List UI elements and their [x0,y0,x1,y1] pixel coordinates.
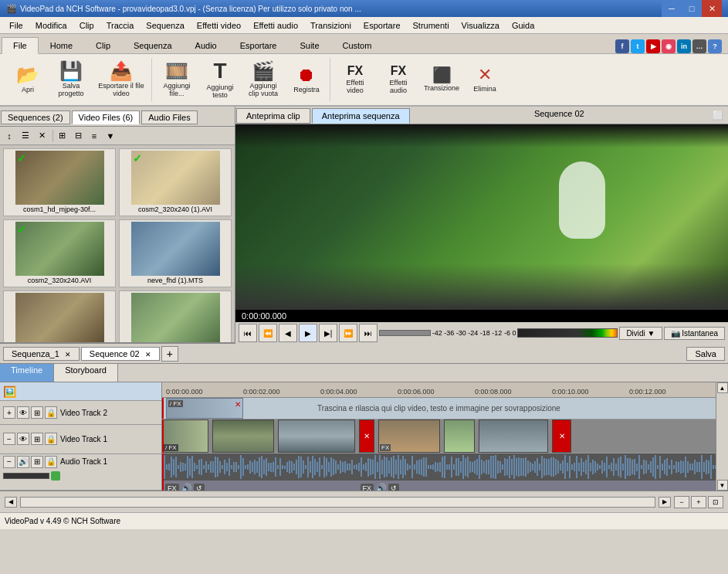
maximize-button[interactable]: ⬜ [708,107,728,124]
tab-esportare[interactable]: Esportare [229,37,289,53]
track-audio1[interactable]: FX 🔊 ↺ FX 🔊 ↺ [162,453,716,491]
track-lock-button-v1[interactable]: 🔒 [45,433,57,445]
menu-transizioni[interactable]: Transizioni [304,19,357,32]
clip-v1-7[interactable] [479,419,548,453]
export-video-button[interactable]: 📤 Esportare il file video [94,59,148,100]
tab-home[interactable]: Home [39,37,84,53]
video-effects-button[interactable]: FX Effetti video [335,59,375,100]
mode-tab-storyboard[interactable]: Storyboard [54,364,118,382]
media-item[interactable]: neve_fhd.MTS [3,290,116,342]
frame-fwd-button[interactable]: ▶| [319,324,337,342]
more-icon[interactable]: … [692,39,706,53]
transition-button[interactable]: ⬛ Transizione [422,59,462,100]
go-end-button[interactable]: ⏭ [359,324,378,342]
tab-suite[interactable]: Suite [288,37,330,53]
add-track-button[interactable]: + [3,406,15,419]
tab-sequenza[interactable]: Sequenza [122,37,184,53]
add-empty-clip-button[interactable]: 🎬 Aggiungi clip vuota [243,59,283,100]
save-button[interactable]: Salva [686,347,725,361]
add-sequence-button[interactable]: + [161,346,178,362]
menu-effetti-audio[interactable]: Effetti audio [247,19,304,32]
step-fwd-button[interactable]: ⏩ [339,324,357,342]
track-group-button-v1[interactable]: ⊞ [31,433,43,445]
media-item[interactable]: neve_fhd (1).MTS [119,219,232,287]
linkedin-icon[interactable]: in [677,39,691,53]
scroll-up-button[interactable]: ▲ [717,382,728,393]
seq-tab-2-close[interactable]: ✕ [145,351,151,358]
zoom-out-button[interactable]: − [674,496,689,508]
mode-tab-timeline[interactable]: Timeline [0,364,54,382]
zoom-in-button[interactable]: + [691,496,706,508]
menu-file[interactable]: File [3,19,29,32]
frame-back-button[interactable]: ◀ [279,324,297,342]
media-item[interactable]: ✓ cosm1_hd_mjpeg-30f... [3,148,116,216]
minimize-button[interactable]: ─ [662,0,682,17]
tab-file[interactable]: File [2,37,39,54]
seq-tab-1-close[interactable]: ✕ [65,351,71,358]
tab-video-files[interactable]: Video Files (6) [72,110,141,124]
seq-tab-1[interactable]: Sequenza_1 ✕ [3,347,80,361]
seq-tab-2[interactable]: Sequence 02 ✕ [81,347,160,361]
media-item[interactable]: ✓ cosm2_320x240.AVI [3,219,116,287]
menu-guida[interactable]: Guida [506,19,540,32]
menu-sequenza[interactable]: Sequenza [140,19,191,32]
tab-anteprima-clip[interactable]: Anteprima clip [236,108,310,124]
remove-track-button[interactable]: − [3,433,15,445]
save-project-button[interactable]: 💾 Salva progetto [51,59,91,100]
facebook-icon[interactable]: f [615,39,629,53]
delete-button[interactable]: ✕ Elimina [465,59,505,100]
audio-mute-button[interactable]: 🔊 [17,456,29,468]
tab-audio-files[interactable]: Audio Files [141,110,197,124]
audio-group-button[interactable]: ⊞ [31,456,43,468]
instagram-icon[interactable]: ◉ [662,39,676,53]
clip-v1-6[interactable] [444,419,475,453]
open-button[interactable]: 📂 Apri [8,59,48,100]
track-group-button[interactable]: ⊞ [31,406,43,419]
clip-v1-4[interactable]: ✕ [359,419,374,453]
audio-lock-button[interactable]: 🔒 [45,456,57,468]
add-text-button[interactable]: T Aggiungi testo [200,59,240,100]
audio-volume-slider[interactable] [3,473,49,479]
timeline-tracks[interactable]: 0:00:00.000 0:00:02.000 0:00:04.000 0:00… [162,382,716,491]
menu-strumenti[interactable]: Strumenti [407,19,455,32]
split-button[interactable]: Dividi ▼ [619,327,662,340]
menu-visualizza[interactable]: Visualizza [455,19,506,32]
panel-view-large[interactable]: ⊞ [54,128,69,144]
clip-v1-8[interactable]: ✕ [552,419,571,453]
vertical-scrollbar[interactable]: ▲ ▼ [716,382,728,491]
volume-bar[interactable] [517,328,618,338]
progress-bar[interactable] [379,330,431,336]
track-eye-button[interactable]: 👁 [17,406,29,419]
track-eye-button-v1[interactable]: 👁 [17,433,29,445]
step-back-button[interactable]: ⏪ [259,324,277,342]
clip-v1-5[interactable]: FX [378,419,440,453]
menu-clip[interactable]: Clip [73,19,100,32]
tab-anteprima-sequenza[interactable]: Anteprima sequenza [312,108,410,124]
scroll-down-button[interactable]: ▼ [717,480,728,491]
menu-esportare[interactable]: Esportare [357,19,407,32]
track-video1[interactable]: / FX ✕ FX ✕ [162,419,716,453]
record-button[interactable]: ⏺ Registra [286,59,327,100]
tab-sequences[interactable]: Sequences (2) [1,110,70,124]
clip-v1-1[interactable]: / FX [162,419,208,453]
panel-delete-button[interactable]: ✕ [34,128,49,144]
media-item[interactable]: provaavs_fdh_h264... [119,290,232,342]
scroll-left-button[interactable]: ◀ [5,497,17,508]
play-button[interactable]: ▶ [299,324,317,342]
media-item[interactable]: ✓ cosm2_320x240 (1).AVI [119,148,232,216]
tab-custom[interactable]: Custom [331,37,384,53]
add-file-button[interactable]: 🎞️ Aggiungi file... [157,59,197,100]
audio-effects-button[interactable]: FX Effetti audio [378,59,418,100]
panel-list-button[interactable]: ☰ [18,128,33,144]
clip-overlay-1[interactable]: / FX ✕ [166,398,243,419]
help-icon[interactable]: ? [708,39,722,53]
panel-view-list[interactable]: ≡ [86,128,102,144]
close-button[interactable]: ✕ [702,0,722,17]
menu-modifica[interactable]: Modifica [29,19,73,32]
track-overlay[interactable]: Trascina e rilascia qui clip video, test… [162,398,716,419]
clip-v1-2[interactable] [212,419,274,453]
tab-clip[interactable]: Clip [84,37,122,53]
twitter-icon[interactable]: t [631,39,645,53]
remove-audio-track-button[interactable]: − [3,456,15,468]
zoom-fit-button[interactable]: ⊡ [708,496,723,508]
